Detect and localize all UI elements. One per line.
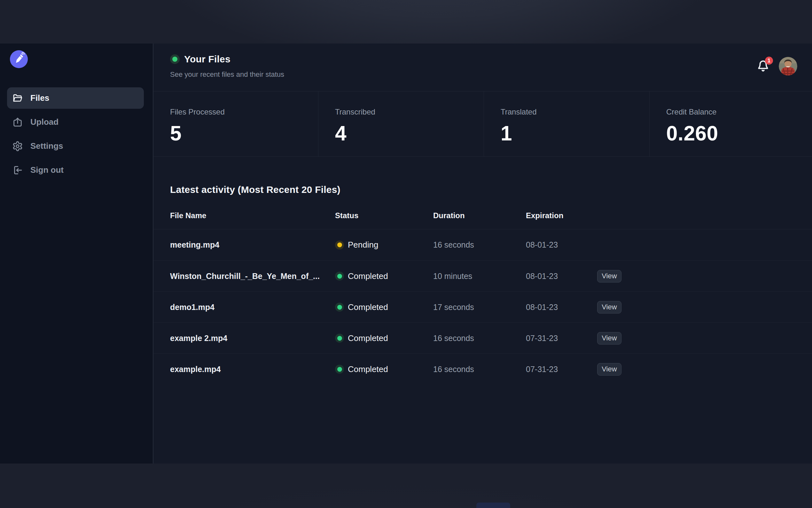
duration: 10 minutes [433,271,526,281]
status-dot-icon [335,271,344,281]
notification-bell-button[interactable]: 1 [757,59,770,73]
status-label: Completed [348,364,388,374]
table-row: example 2.mp4 Completed 16 seconds 07-31… [153,323,812,353]
stats-row: Files Processed 5 Transcribed 4 Translat… [153,91,812,157]
status-label: Pending [348,240,378,250]
sidebar-item-settings[interactable]: Settings [7,135,144,157]
upload-icon [12,117,23,128]
bottom-accent-bar [476,503,510,508]
avatar-photo [779,57,797,76]
sidebar-item-label: Upload [30,117,58,127]
table-row: demo1.mp4 Completed 17 seconds 08-01-23 … [153,291,812,323]
sidebar: Files Upload Settings Sign out [0,43,153,464]
file-name: example 2.mp4 [170,334,335,343]
status-label: Completed [348,271,388,281]
expiration: 07-31-23 [526,334,597,343]
status-dot-icon [335,334,344,343]
status-label: Completed [348,302,388,312]
expiration: 08-01-23 [526,271,597,281]
stat-label: Files Processed [170,108,318,117]
stat-label: Translated [500,108,649,117]
status-cell: Completed [335,302,433,312]
status-dot-icon [335,365,344,374]
expiration: 08-01-23 [526,240,597,250]
stat-value: 5 [170,122,318,145]
status-cell: Completed [335,364,433,374]
stat-value: 4 [335,122,484,145]
sidebar-item-label: Sign out [30,165,64,175]
status-dot-icon [335,303,344,311]
view-button[interactable]: View [597,332,621,344]
status-cell: Completed [335,333,433,343]
content-header: Your Files See your recent files and the… [153,43,812,91]
page-title: Your Files [184,54,231,65]
table-row: meeting.mp4 Pending 16 seconds 08-01-23 [153,229,812,260]
file-name: demo1.mp4 [170,303,335,312]
page-subtitle: See your recent files and their status [170,70,812,79]
view-button[interactable]: View [597,270,621,283]
table-row: example.mp4 Completed 16 seconds 07-31-2… [153,353,812,384]
duration: 16 seconds [433,365,526,374]
col-header-duration: Duration [433,211,526,220]
notification-badge: 1 [765,57,773,65]
view-button[interactable]: View [597,301,621,313]
col-header-expiration: Expiration [526,211,597,220]
app-shell: Files Upload Settings Sign out Your File… [0,43,812,464]
duration: 16 seconds [433,334,526,343]
duration: 17 seconds [433,303,526,312]
expiration: 07-31-23 [526,365,597,374]
folder-icon [12,93,23,103]
files-table: File Name Status Duration Expiration mee… [153,211,812,384]
page-status-dot-icon [170,54,180,64]
stat-transcribed: Transcribed 4 [318,91,484,157]
main-content: Your Files See your recent files and the… [153,43,812,464]
file-name: Winston_Churchill_-_Be_Ye_Men_of_... [170,271,335,281]
status-cell: Completed [335,271,433,281]
user-avatar[interactable] [779,57,797,76]
table-row: Winston_Churchill_-_Be_Ye_Men_of_... Com… [153,260,812,291]
sidebar-nav: Files Upload Settings Sign out [0,87,153,183]
col-header-status: Status [335,211,433,220]
status-label: Completed [348,333,388,343]
duration: 16 seconds [433,240,526,250]
file-name: meeting.mp4 [170,240,335,250]
app-logo[interactable] [10,50,28,68]
view-button[interactable]: View [597,363,621,376]
stat-value: 0.260 [666,122,812,145]
sidebar-item-label: Files [30,93,49,103]
sidebar-item-label: Settings [30,141,63,151]
stat-translated: Translated 1 [484,91,649,157]
sidebar-item-upload[interactable]: Upload [7,111,144,133]
expiration: 08-01-23 [526,303,597,312]
gear-icon [12,141,23,152]
col-header-file-name: File Name [170,211,335,220]
sign-out-icon [12,165,23,176]
stat-label: Transcribed [335,108,484,117]
table-header-row: File Name Status Duration Expiration [153,211,812,229]
stat-value: 1 [500,122,649,145]
table-body: meeting.mp4 Pending 16 seconds 08-01-23 … [153,229,812,384]
activity-section: Latest activity (Most Recent 20 Files) F… [153,157,812,384]
status-dot-icon [335,241,344,250]
pencil-transcribe-logo-icon [10,50,28,68]
sidebar-item-sign-out[interactable]: Sign out [7,159,144,181]
stat-credit-balance: Credit Balance 0.260 [649,91,812,157]
file-name: example.mp4 [170,365,335,374]
status-cell: Pending [335,240,433,250]
activity-heading: Latest activity (Most Recent 20 Files) [153,184,812,195]
stat-label: Credit Balance [666,108,812,117]
stat-files-processed: Files Processed 5 [153,91,318,157]
sidebar-item-files[interactable]: Files [7,87,144,109]
